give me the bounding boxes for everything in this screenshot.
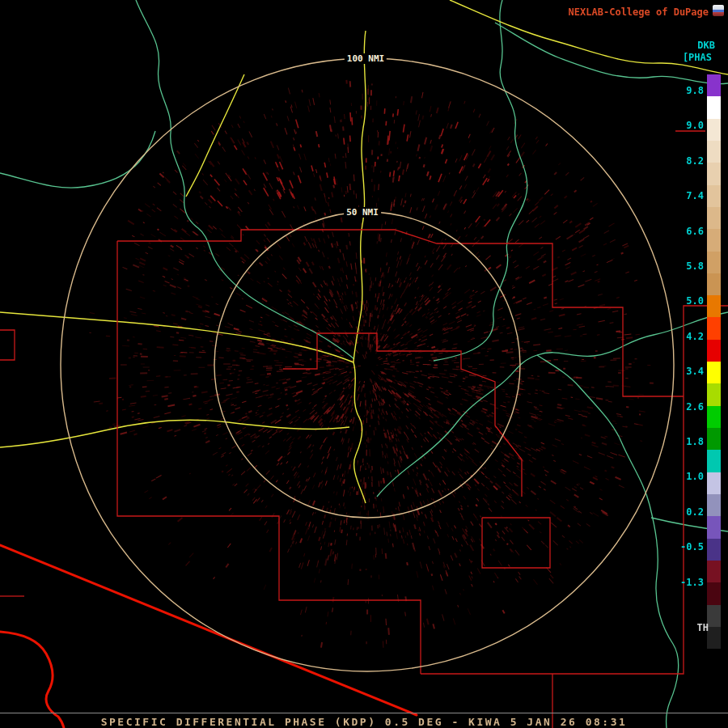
status-bar-text: SPECIFIC DIFFERENTIAL PHASE (KDP) 0.5 DE…	[0, 716, 728, 728]
colorbar-tick-label: 9.8	[665, 86, 704, 95]
river-path	[136, 0, 354, 359]
river-path	[0, 131, 155, 188]
highway-path	[353, 362, 366, 503]
county-path	[117, 230, 684, 396]
colorbar-tick-label: 9.0	[665, 121, 704, 130]
colorbar-tick-label: 1.0	[665, 472, 704, 481]
range-ring-100nmi	[61, 58, 674, 671]
highway-path	[0, 420, 349, 447]
colorbar-tick-label: 7.4	[665, 191, 704, 201]
river-path	[434, 0, 527, 361]
colorbar-ticks: 9.89.08.27.46.65.85.04.23.42.61.81.00.2-…	[655, 0, 728, 728]
radar-display: 100 NMI 50 NMI NEXLAB-College of DuPage …	[0, 0, 728, 728]
colorbar-tick-label: 2.6	[665, 402, 704, 412]
colorbar-threshold-label: TH	[697, 622, 709, 633]
colorbar-tick-label: -0.5	[665, 542, 704, 552]
range-ring-50nmi-label: 50 NMI	[344, 207, 381, 218]
colorbar-tick-label: 8.2	[665, 156, 704, 166]
county-path	[117, 241, 421, 674]
highway-path	[186, 74, 244, 197]
highway-path	[353, 31, 366, 362]
range-ring-100nmi-label: 100 NMI	[345, 53, 387, 64]
colorbar-tick-label: 6.6	[665, 226, 704, 236]
colorbar-tick-label: 1.8	[665, 437, 704, 447]
highway-lines	[0, 0, 728, 503]
colorbar-tick-label: 3.4	[665, 366, 704, 376]
map-overlay-svg	[0, 0, 728, 728]
highway-path	[0, 312, 353, 362]
river-lines	[0, 0, 728, 728]
border-path	[0, 545, 417, 715]
state-border-lines	[0, 545, 417, 728]
colorbar-tick-label: 0.2	[665, 507, 704, 517]
colorbar-tick-label: -1.3	[665, 578, 704, 587]
status-separator-line	[0, 713, 728, 713]
county-path	[482, 518, 550, 568]
colorbar-tick-label: 5.0	[665, 296, 704, 306]
range-rings	[61, 58, 674, 671]
range-ring-50nmi	[214, 212, 520, 518]
colorbar-tick-label: 4.2	[665, 332, 704, 341]
border-path	[0, 632, 64, 728]
county-path	[0, 330, 15, 360]
colorbar-tick-label: 5.8	[665, 261, 704, 271]
